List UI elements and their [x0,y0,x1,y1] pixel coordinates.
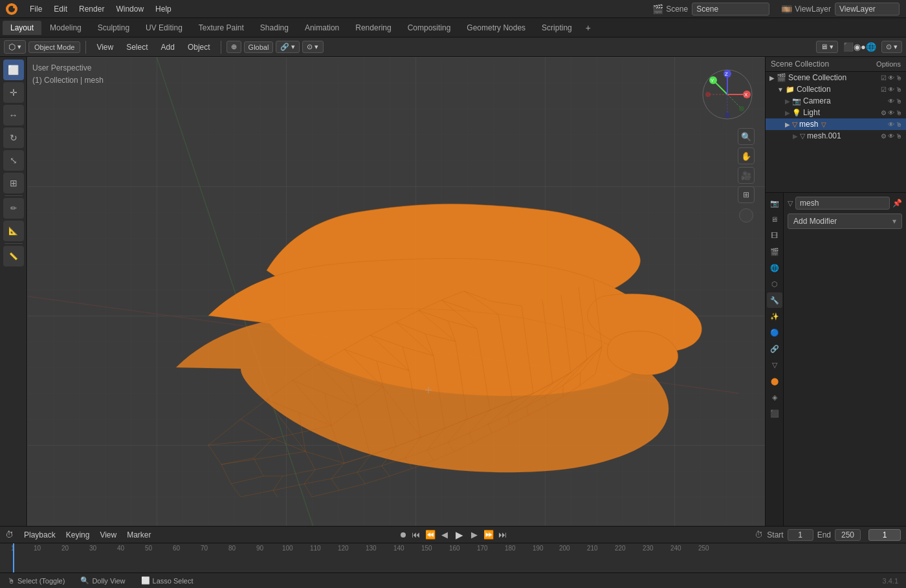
prop-tab-object[interactable]: ⬡ [767,276,782,292]
viewport-overlays-btn[interactable]: ⊙ ▾ [881,41,902,53]
snap-btn[interactable]: 🔗 ▾ [276,41,300,53]
tab-scripting[interactable]: Scripting [534,21,580,35]
status-dolly: 🔍 Dolly View [80,576,125,585]
add-modifier-btn[interactable]: Add Modifier ▾ [788,213,902,229]
navigation-gizmo[interactable]: X Y Z [700,67,755,122]
object-name-field[interactable]: mesh [795,197,890,210]
rotate-tool[interactable]: ↻ [3,127,24,148]
ortho-btn[interactable]: ⊞ [738,186,755,203]
blender-logo[interactable] [4,1,19,17]
scale-tool[interactable]: ⤡ [3,150,24,171]
prop-tab-physics[interactable]: 🔵 [767,325,782,340]
menu-render[interactable]: Render [74,3,109,15]
tab-rendering[interactable]: Rendering [348,21,399,35]
outliner-camera[interactable]: ▶ 📷 Camera 👁 🖱 [766,95,906,107]
svg-line-82 [304,479,331,484]
prev-keyframe-btn[interactable]: ⏪ [424,528,437,541]
viewport-shading-btns[interactable]: ⬛◉●🌐 [841,41,879,53]
transform-pivot-btn[interactable]: ⊕ [226,41,241,53]
svg-text:X: X [744,92,748,98]
menu-window[interactable]: Window [111,3,149,15]
prop-tab-output[interactable]: 🖥 [767,212,782,227]
transform-space-btn[interactable]: Global [244,41,274,53]
menu-edit[interactable]: Edit [49,3,72,15]
tab-animation[interactable]: Animation [297,21,347,35]
editor-type-btn[interactable]: ⬡ ▾ [4,40,26,54]
properties-tabs: 📷 🖥 🎞 🎬 🌐 ⬡ 🔧 ✨ 🔵 🔗 ▽ ⬤ ◈ ⬛ [766,193,784,526]
prop-tab-particles[interactable]: ✨ [767,309,782,324]
play-btn[interactable]: ▶ [452,528,467,542]
timeline-icon[interactable]: ⏱ [5,530,14,539]
prop-tab-render[interactable]: 📷 [767,195,782,211]
annotate-line-tool[interactable]: 📐 [3,221,24,241]
add-menu[interactable]: Add [156,41,180,53]
annotate-tool[interactable]: ✏ [3,198,24,219]
prop-tab-data[interactable]: ▽ [767,357,782,373]
prop-tab-texture[interactable]: ⬛ [767,406,782,421]
outliner-mesh[interactable]: ▶ ▽ mesh ▽ 👁 🖱 [766,118,906,130]
menu-help[interactable]: Help [150,3,177,15]
outliner-options-btn[interactable]: Options [876,60,901,68]
prop-tab-scene[interactable]: 🎬 [767,244,782,259]
tab-layout[interactable]: Layout [3,21,41,35]
outliner-scene-collection[interactable]: ▶ 🎬 Scene Collection ☑ 👁 🖱 [766,72,906,83]
pan-btn[interactable]: ✋ [738,147,755,164]
object-menu[interactable]: Object [182,41,215,53]
zoom-camera-btn[interactable]: 🔍 [738,128,755,145]
tab-texture-paint[interactable]: Texture Paint [191,21,252,35]
prop-tab-material[interactable]: ⬤ [767,373,782,389]
prop-tab-view[interactable]: 🎞 [767,228,782,243]
outliner-light[interactable]: ▶ 💡 Light ⚙ 👁 🖱 [766,107,906,118]
tab-shading[interactable]: Shading [252,21,296,35]
jump-to-end-btn[interactable]: ⏭ [496,528,509,541]
svg-point-2 [13,6,16,8]
pin-btn[interactable]: 📌 [892,199,902,208]
scene-name[interactable]: Scene [692,3,769,16]
svg-line-145 [221,452,305,464]
measure-tool[interactable]: 📏 [3,246,24,267]
timeline-menu-view[interactable]: View [96,529,120,541]
next-frame-btn[interactable]: ▶ [468,528,481,541]
jump-to-start-btn[interactable]: ⏮ [410,528,423,541]
svg-line-85 [357,455,370,472]
overlay-controls[interactable]: 🖥 ▾ [816,41,838,53]
svg-line-48 [305,452,315,470]
start-label: Start [767,530,783,539]
separator2 [221,41,221,54]
tab-geometry-nodes[interactable]: Geometry Nodes [459,21,533,35]
outliner-collection[interactable]: ▼ 📁 Collection ☑ 👁 🖱 [766,83,906,95]
timeline-menu-playback[interactable]: Playback [20,529,60,541]
next-keyframe-btn[interactable]: ⏩ [482,528,495,541]
viewlayer-name[interactable]: ViewLayer [835,3,900,16]
prop-tab-world[interactable]: 🌐 [767,260,782,276]
prev-frame-btn[interactable]: ◀ [438,528,451,541]
svg-line-86 [357,466,382,472]
current-frame-input[interactable]: 1 [868,529,901,541]
tab-compositing[interactable]: Compositing [400,21,459,35]
transform-tool[interactable]: ⊞ [3,173,24,193]
tab-sculpting[interactable]: Sculpting [90,21,137,35]
add-workspace-btn[interactable]: + [580,20,596,36]
select-menu[interactable]: Select [121,41,153,53]
mode-select[interactable]: Object Mode [28,41,80,53]
frame-numbers: 1 10 20 30 40 50 60 70 80 90 100 110 120… [0,545,906,572]
prop-tab-modifier[interactable]: 🔧 [767,292,782,308]
proportional-edit-btn[interactable]: ⊙ ▾ [302,41,323,53]
prop-tab-constraints[interactable]: 🔗 [767,341,782,356]
status-lasso: ⬜ Lasso Select [141,576,193,585]
select-box-tool[interactable]: ⬜ [3,60,24,80]
outliner-mesh001[interactable]: ▶ ▽ mesh.001 ⚙ 👁 🖱 [766,130,906,142]
tab-uv-editing[interactable]: UV Editing [138,21,190,35]
timeline-menu-keying[interactable]: Keying [62,529,94,541]
move-tool[interactable]: ↔ [3,105,24,125]
menu-file[interactable]: File [25,3,47,15]
prop-tab-shadergraph[interactable]: ◈ [767,389,782,405]
cursor-tool[interactable]: ✛ [3,82,24,103]
end-frame-input[interactable]: 250 [835,529,861,541]
tab-modeling[interactable]: Modeling [42,21,89,35]
start-frame-input[interactable]: 1 [788,529,813,541]
svg-line-77 [231,484,241,497]
view-menu[interactable]: View [91,41,118,53]
timeline-menu-marker[interactable]: Marker [123,529,155,541]
camera-view-btn[interactable]: 🎥 [738,167,755,184]
